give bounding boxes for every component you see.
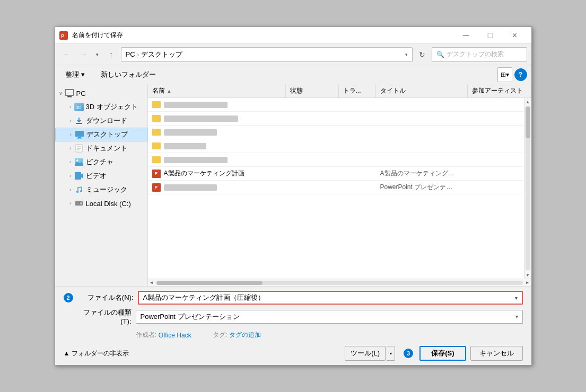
file-name-text: A製品のマーケティング計画 — [164, 169, 244, 178]
hide-folders-button[interactable]: ▲ フォルダーの非表示 — [64, 349, 129, 358]
save-button[interactable]: 保存(S) — [419, 346, 466, 361]
blurred-name — [164, 157, 228, 163]
badge-3: 3 — [404, 349, 413, 358]
sidebar-label-pc: PC — [76, 90, 86, 97]
sidebar-item-videos[interactable]: › ビデオ — [55, 169, 147, 183]
expand-icon-documents: › — [67, 145, 74, 152]
tools-section: ツール(L) ▾ — [345, 346, 395, 361]
svg-rect-6 — [75, 131, 84, 137]
table-row[interactable] — [148, 98, 524, 112]
address-pc: PC — [126, 50, 135, 58]
minimize-button[interactable]: ─ — [454, 27, 478, 44]
file-title-cell: PowerPoint プレゼンテーション — [376, 183, 460, 192]
table-row[interactable]: P PowerPoint プレゼンテーション — [148, 181, 524, 194]
blurred-name — [164, 102, 228, 108]
file-name-cell: P A製品のマーケティング計画 — [148, 169, 286, 178]
expand-icon-3d: › — [67, 103, 74, 111]
table-row[interactable] — [148, 126, 524, 139]
expand-icon-download: › — [67, 117, 74, 124]
refresh-button[interactable]: ↻ — [415, 47, 430, 62]
new-folder-button[interactable]: 新しいフォルダー — [95, 68, 162, 82]
col-header-artist[interactable]: 参加アーティスト — [468, 84, 531, 97]
search-box[interactable]: 🔍 デスクトップの検索 — [432, 47, 527, 62]
desktop-icon — [75, 130, 84, 139]
col-header-status[interactable]: 状態 — [286, 84, 339, 97]
nav-dropdown-button[interactable]: ▾ — [93, 47, 102, 62]
meta-row: 作成者: Office Hack タグ: タグの追加 — [64, 328, 523, 344]
filename-value: A製品のマーケティング計画（圧縮後） — [143, 293, 265, 302]
svg-rect-5 — [76, 123, 82, 124]
forward-button[interactable]: → — [76, 47, 91, 62]
scroll-down-arrow[interactable]: ▼ — [524, 271, 531, 279]
address-bar: ← → ▾ ↑ PC › デスクトップ ▾ ↻ 🔍 デスクトップの検索 — [55, 44, 531, 65]
author-value[interactable]: Office Hack — [159, 332, 191, 339]
filetype-label: ファイルの種類(T): — [77, 308, 136, 325]
toolbar-right: ⊞▾ ? — [497, 67, 527, 82]
cancel-button[interactable]: キャンセル — [470, 346, 523, 361]
scroll-up-arrow[interactable]: ▲ — [524, 98, 531, 105]
address-desktop: デスクトップ — [141, 50, 182, 59]
close-button[interactable]: × — [503, 27, 527, 44]
powerpoint-icon: P — [59, 31, 68, 40]
file-name-cell — [148, 129, 286, 136]
sidebar-item-pictures[interactable]: › ピクチャ — [55, 155, 147, 169]
main-area: ∨ PC › 3D 3D オブジェクト — [55, 84, 531, 286]
ppt-icon: P — [152, 170, 161, 178]
new-folder-label: 新しいフォルダー — [101, 70, 156, 79]
sidebar-item-localdisk[interactable]: › Local Disk (C:) — [55, 197, 147, 210]
sidebar-item-pc[interactable]: ∨ PC — [55, 86, 147, 100]
toolbar: 整理 ▾ 新しいフォルダー ⊞▾ ? — [55, 65, 531, 84]
table-row[interactable] — [148, 112, 524, 126]
sidebar-item-download[interactable]: › ダウンロード — [55, 114, 147, 128]
view-button[interactable]: ⊞▾ — [497, 67, 512, 82]
hide-folders-label: フォルダーの非表示 — [72, 349, 129, 358]
dialog-title: 名前を付けて保存 — [72, 31, 454, 40]
tools-dropdown-button[interactable]: ▾ — [387, 346, 395, 361]
up-button[interactable]: ↑ — [104, 47, 119, 62]
sidebar: ∨ PC › 3D 3D オブジェクト — [55, 84, 148, 286]
file-title-cell: A製品のマーケティング計画（20... — [376, 169, 460, 178]
badge-2: 2 — [64, 293, 73, 302]
sidebar-item-music[interactable]: › ミュージック — [55, 183, 147, 197]
expand-icon-localdisk: › — [67, 200, 74, 207]
localdisk-icon — [74, 199, 84, 208]
toggle-arrow: ▲ — [64, 350, 70, 357]
vertical-scrollbar[interactable]: ▲ ▼ — [524, 98, 531, 279]
col-header-title[interactable]: タイトル — [376, 84, 468, 97]
table-row[interactable] — [148, 139, 524, 153]
filelist-content: P A製品のマーケティング計画 A製品のマーケティング計画（20... P — [148, 98, 524, 279]
tools-button[interactable]: ツール(L) — [345, 346, 386, 361]
filetype-select[interactable]: PowerPoint プレゼンテーション ▾ — [136, 310, 523, 324]
col-header-name[interactable]: 名前 ▲ — [148, 84, 286, 97]
folder-icon — [152, 101, 161, 108]
scroll-right-arrow[interactable]: ► — [524, 279, 531, 287]
maximize-button[interactable]: □ — [478, 27, 503, 44]
filename-input[interactable]: A製品のマーケティング計画（圧縮後） ▾ — [138, 291, 523, 305]
tags-value[interactable]: タグの追加 — [229, 331, 261, 340]
sidebar-item-desktop[interactable]: › デスクトップ — [55, 128, 147, 141]
filetype-row: ファイルの種類(T): PowerPoint プレゼンテーション ▾ — [64, 308, 523, 325]
pictures-icon — [74, 157, 84, 167]
table-row[interactable] — [148, 153, 524, 167]
filename-label: ファイル名(N): — [80, 293, 138, 302]
address-dropdown-icon[interactable]: ▾ — [405, 52, 408, 57]
address-path: PC › デスクトップ — [126, 50, 402, 59]
expand-icon-pc: ∨ — [57, 90, 65, 97]
help-button[interactable]: ? — [514, 68, 527, 81]
filename-dropdown-icon: ▾ — [515, 295, 518, 301]
col-header-trash[interactable]: トラ... — [339, 84, 376, 97]
sidebar-item-documents[interactable]: › ドキュメント — [55, 141, 147, 155]
organize-button[interactable]: 整理 ▾ — [59, 68, 91, 82]
filetype-value: PowerPoint プレゼンテーション — [141, 312, 240, 322]
horizontal-scrollbar[interactable]: ◄ ► — [148, 279, 531, 286]
sidebar-item-3d[interactable]: › 3D 3D オブジェクト — [55, 100, 147, 114]
back-button[interactable]: ← — [59, 47, 74, 62]
blurred-name — [164, 129, 217, 136]
svg-rect-8 — [77, 138, 82, 139]
tools-label: ツール(L) — [351, 349, 380, 358]
table-row[interactable]: P A製品のマーケティング計画 A製品のマーケティング計画（20... — [148, 167, 524, 181]
scroll-left-arrow[interactable]: ◄ — [148, 279, 155, 287]
address-box[interactable]: PC › デスクトップ ▾ — [121, 47, 413, 62]
blurred-name — [164, 184, 217, 191]
sidebar-label-documents: ドキュメント — [86, 144, 127, 153]
